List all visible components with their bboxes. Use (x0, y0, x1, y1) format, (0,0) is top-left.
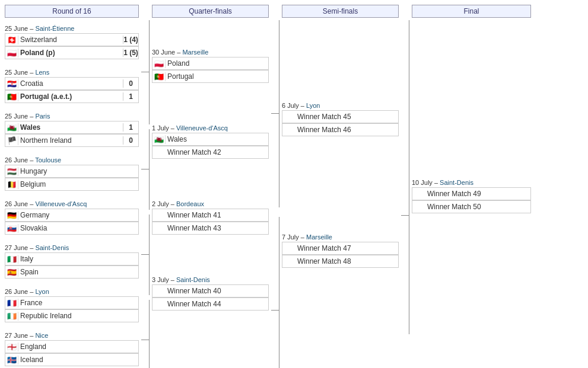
qf-match-3-team-2-name: Winner Match 43 (166, 224, 253, 232)
qf-header: Quarter-finals (152, 5, 269, 18)
qf-match-2-team-1-name: Wales (166, 135, 253, 143)
qf-match-3-team-2: Winner Match 43 (152, 222, 269, 235)
qf-match-4-location[interactable]: Saint-Denis (176, 276, 210, 283)
qf-match-2-team-1: 🏴󠁧󠁢󠁷󠁬󠁳󠁿 Wales (152, 133, 269, 146)
r16-match-3-team-2-name: Northern Ireland (18, 136, 123, 145)
r16-match-7-location[interactable]: Lyon (35, 288, 49, 295)
r16-match-1-team-2-score: 1 (5) (123, 49, 138, 57)
r16-match-6-location[interactable]: Saint-Denis (35, 244, 69, 251)
r16-match-3-team-2-score: 0 (123, 136, 138, 145)
quarter-finals-column: Quarter-finals 30 June – Marseille 🇵🇱 Po… (150, 5, 271, 316)
r16-header: Round of 16 (5, 5, 139, 18)
sf-match-2: 7 July – Marseille Winner Match 47 Winne… (282, 230, 399, 268)
qf-match-4-date: 3 July – Saint-Denis (152, 276, 269, 283)
belgium-flag: 🇧🇪 (5, 180, 18, 189)
r16-match-4-team-1: 🇭🇺 Hungary (5, 165, 139, 178)
r16-match-7-team-1-name: France (18, 299, 123, 307)
qf-match-2: 1 July – Villeneuve-d'Ascq 🏴󠁧󠁢󠁷󠁬󠁳󠁿 Wales… (152, 121, 269, 159)
r16-match-4-team-1-name: Hungary (18, 167, 123, 175)
qf-match-2-team-2: Winner Match 42 (152, 146, 269, 159)
r16-match-5-date: 26 June – Villeneuve-d'Ascq (5, 200, 139, 207)
final-match-date: 10 July – Saint-Denis (412, 179, 531, 186)
r16-match-2-team-2-score: 1 (123, 92, 138, 101)
r16-match-8-date: 27 June – Nice (5, 332, 139, 339)
sf-match-2-team-2: Winner Match 48 (282, 255, 399, 268)
connector-qf-sf (271, 20, 279, 368)
r16-match-2-location[interactable]: Lens (35, 69, 49, 76)
qf-match-2-team-2-name: Winner Match 42 (166, 148, 253, 156)
sf-match-1-location[interactable]: Lyon (306, 102, 320, 109)
r16-match-6-team-1-name: Italy (18, 255, 123, 263)
qf-match-4-team-2-name: Winner Match 44 (166, 300, 253, 308)
r16-match-2-date: 25 June – Lens (5, 69, 139, 76)
semi-finals-column: Semi-finals 6 July – Lyon Winner Match 4… (279, 5, 401, 274)
r16-match-6-team-2-name: Spain (18, 268, 123, 276)
germany-flag: 🇩🇪 (5, 211, 18, 220)
r16-match-2-team-1: 🇭🇷 Croatia 0 (5, 77, 139, 90)
northern-ireland-flag: 🏴 (5, 136, 18, 145)
sf-match-1-date: 6 July – Lyon (282, 102, 399, 109)
r16-match-3-team-2: 🏴 Northern Ireland 0 (5, 134, 139, 147)
portugal-flag-qf: 🇵🇹 (152, 72, 166, 81)
wales-flag-qf: 🏴󠁧󠁢󠁷󠁬󠁳󠁿 (152, 135, 166, 144)
r16-match-5-team-1-name: Germany (18, 211, 123, 219)
qf-match-1-team-2: 🇵🇹 Portugal (152, 70, 269, 83)
r16-match-1-team-2-name: Poland (p) (18, 49, 123, 57)
r16-match-8-team-2: 🇮🇸 Iceland (5, 353, 139, 366)
sf-match-2-location[interactable]: Marseille (306, 233, 332, 241)
r16-match-6-date: 27 June – Saint-Denis (5, 244, 139, 251)
final-match-team-2-name: Winner Match 50 (425, 203, 515, 211)
final-header: Final (412, 5, 531, 18)
r16-match-1-location[interactable]: Saint-Étienne (35, 25, 74, 32)
r16-match-4: 26 June – Toulouse 🇭🇺 Hungary 🇧🇪 Belgium (5, 153, 139, 191)
r16-match-4-location[interactable]: Toulouse (35, 156, 61, 164)
r16-match-5-location[interactable]: Villeneuve-d'Ascq (35, 200, 87, 207)
england-flag: 🏴󠁧󠁢󠁥󠁮󠁧󠁿 (5, 343, 18, 351)
r16-match-6: 27 June – Saint-Denis 🇮🇹 Italy 🇪🇸 Spain (5, 241, 139, 279)
qf-match-3-team-1: Winner Match 41 (152, 209, 269, 222)
r16-match-5: 26 June – Villeneuve-d'Ascq 🇩🇪 Germany 🇸… (5, 197, 139, 235)
ireland-flag: 🇮🇪 (5, 312, 18, 321)
iceland-flag: 🇮🇸 (5, 356, 18, 364)
sf-match-2-team-1-name: Winner Match 47 (295, 244, 383, 252)
croatia-flag: 🇭🇷 (5, 79, 18, 88)
sf-match-1-team-2: Winner Match 46 (282, 123, 399, 136)
qf-match-1-location[interactable]: Marseille (182, 49, 208, 56)
r16-match-1: 25 June – Saint-Étienne 🇨🇭 Switzerland 1… (5, 21, 139, 59)
r16-match-3-team-1-name: Wales (18, 123, 123, 132)
r16-match-1-date: 25 June – Saint-Étienne (5, 25, 139, 32)
r16-match-2-team-2: 🇵🇹 Portugal (a.e.t.) 1 (5, 90, 139, 103)
r16-match-8: 27 June – Nice 🏴󠁧󠁢󠁥󠁮󠁧󠁿 England 🇮🇸 Icelan… (5, 328, 139, 366)
r16-match-3: 25 June – Paris 🏴󠁧󠁢󠁷󠁬󠁳󠁿 Wales 1 🏴 Northe… (5, 109, 139, 147)
sf-match-2-date: 7 July – Marseille (282, 233, 399, 241)
r16-match-8-location[interactable]: Nice (35, 332, 48, 339)
final-match-location[interactable]: Saint-Denis (440, 179, 473, 186)
r16-match-2-team-1-name: Croatia (18, 79, 123, 88)
qf-match-1-team-1: 🇵🇱 Poland (152, 57, 269, 70)
sf-match-1-team-2-name: Winner Match 46 (295, 126, 383, 134)
qf-match-3-team-1-name: Winner Match 41 (166, 211, 253, 219)
r16-match-3-location[interactable]: Paris (35, 113, 50, 120)
france-flag: 🇫🇷 (5, 299, 18, 308)
sf-match-1-team-1: Winner Match 45 (282, 110, 399, 123)
r16-match-5-team-1: 🇩🇪 Germany (5, 209, 139, 222)
r16-match-3-team-1-score: 1 (123, 123, 138, 132)
italy-flag: 🇮🇹 (5, 255, 18, 264)
qf-match-1-date: 30 June – Marseille (152, 49, 269, 56)
spain-flag: 🇪🇸 (5, 268, 18, 277)
r16-match-8-team-1-name: England (18, 343, 123, 351)
r16-match-2-team-2-name: Portugal (a.e.t.) (18, 92, 123, 101)
r16-match-7-date: 26 June – Lyon (5, 288, 139, 295)
qf-match-4-team-1-name: Winner Match 40 (166, 287, 253, 295)
wales-flag-1: 🏴󠁧󠁢󠁷󠁬󠁳󠁿 (5, 123, 18, 132)
slovakia-flag: 🇸🇰 (5, 224, 18, 233)
connector-sf-final (401, 20, 409, 334)
r16-match-1-team-2: 🇵🇱 Poland (p) 1 (5) (5, 46, 139, 59)
r16-match-1-team-1: 🇨🇭 Switzerland 1 (4) (5, 33, 139, 46)
qf-match-2-location[interactable]: Villeneuve-d'Ascq (176, 124, 228, 132)
r16-match-8-team-2-name: Iceland (18, 356, 123, 364)
qf-match-3-location[interactable]: Bordeaux (176, 200, 204, 207)
r16-match-7: 26 June – Lyon 🇫🇷 France 🇮🇪 Republic Ire… (5, 284, 139, 322)
r16-match-6-team-2: 🇪🇸 Spain (5, 265, 139, 279)
r16-match-6-team-1: 🇮🇹 Italy (5, 252, 139, 265)
